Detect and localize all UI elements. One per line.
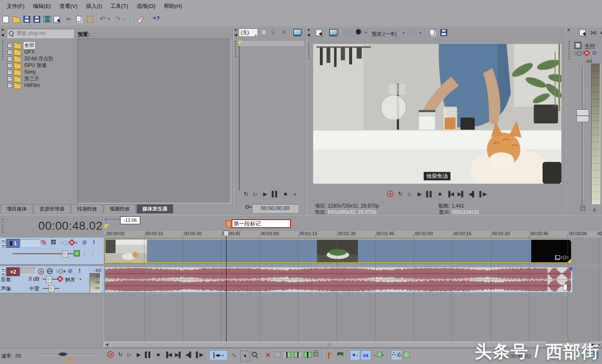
- previous-frame-button[interactable]: ◀▌: [185, 351, 193, 358]
- minimize-track-icon[interactable]: [1, 239, 5, 243]
- video-preview-icon[interactable]: [293, 29, 302, 36]
- go-to-end-button[interactable]: ▶▌: [458, 191, 465, 197]
- tree-expander-icon[interactable]: +: [8, 43, 12, 48]
- tree-item-5[interactable]: +第三方: [8, 75, 40, 82]
- insert-bus-icon[interactable]: ⋈: [590, 29, 597, 36]
- restore-track-icon[interactable]: [1, 244, 5, 248]
- trim-start-icon[interactable]: [284, 352, 291, 358]
- record-button[interactable]: [107, 351, 114, 358]
- go-to-end-button[interactable]: ▶▌: [175, 351, 182, 358]
- play-button[interactable]: ▶: [262, 191, 268, 197]
- interactive-tutorials-icon[interactable]: ?: [153, 16, 160, 21]
- tree-item-4[interactable]: +Sony: [8, 69, 36, 75]
- delete-icon[interactable]: ✕: [265, 352, 271, 358]
- timeline-marker-tag[interactable]: 1: [226, 220, 232, 228]
- loop-button[interactable]: ↻: [243, 191, 249, 197]
- animate-icon[interactable]: [261, 29, 266, 35]
- pan-value[interactable]: 中置: [15, 285, 39, 292]
- play-from-start-button[interactable]: ▷: [252, 191, 258, 197]
- mute-icon[interactable]: ⊘: [68, 268, 73, 274]
- save-snapshot-icon[interactable]: [440, 29, 447, 36]
- split-screen-view-icon[interactable]: [356, 29, 362, 35]
- enable-snapping-button[interactable]: [350, 350, 360, 360]
- volume-handle[interactable]: [46, 276, 52, 283]
- tree-expander-icon[interactable]: +: [8, 56, 12, 61]
- tree-item-1[interactable]: +OFX: [8, 49, 36, 55]
- stop-button[interactable]: ■: [437, 191, 442, 197]
- volume-value[interactable]: .0 dB: [15, 276, 39, 282]
- new-project-icon[interactable]: [3, 16, 9, 23]
- trim-end-icon[interactable]: [294, 352, 301, 358]
- redo-dropdown-icon[interactable]: ▾: [123, 18, 125, 21]
- solo-icon[interactable]: !: [93, 239, 95, 245]
- more-button[interactable]: »: [292, 191, 298, 197]
- close-icon[interactable]: ×: [567, 28, 570, 32]
- previous-frame-button[interactable]: ◀▌: [468, 191, 476, 197]
- play-from-start-button[interactable]: ▷: [407, 191, 413, 197]
- close-icon[interactable]: ×: [234, 28, 237, 32]
- insert-region-icon[interactable]: [337, 352, 343, 356]
- track-level-handle[interactable]: [62, 251, 68, 257]
- project-properties-icon[interactable]: [54, 16, 61, 23]
- audio-event[interactable]: [105, 267, 573, 292]
- plugin-icon[interactable]: ϟ: [271, 29, 275, 36]
- chevron-down-icon[interactable]: ▾: [365, 31, 367, 35]
- stop-button[interactable]: ■: [282, 191, 288, 197]
- clear-edit-history-icon[interactable]: [139, 16, 142, 23]
- audio-track-number[interactable]: 2: [6, 267, 20, 276]
- marker-name-input[interactable]: [232, 219, 291, 228]
- chevron-down-icon[interactable]: ▾: [75, 241, 77, 245]
- preview-quality-label[interactable]: 预览 (一半): [372, 31, 396, 38]
- mixer-properties-icon[interactable]: [579, 29, 587, 36]
- fx-cursor-timecode[interactable]: 00:00:00.00: [252, 204, 298, 213]
- redo-icon[interactable]: ↷: [115, 15, 121, 23]
- panel-grip[interactable]: [308, 42, 310, 59]
- play-button[interactable]: ▶: [136, 351, 141, 358]
- loop-button[interactable]: ↻: [117, 351, 123, 358]
- dock-icon[interactable]: ◀: [307, 33, 310, 37]
- next-frame-button[interactable]: ▌▶: [479, 191, 486, 197]
- plugin-search-input[interactable]: [16, 30, 72, 36]
- rate-shuttle-track[interactable]: [37, 354, 98, 355]
- undo-dropdown-icon[interactable]: ▾: [108, 18, 110, 21]
- video-output-fx-icon[interactable]: [343, 30, 353, 35]
- panel-grip[interactable]: [234, 40, 237, 58]
- record-button[interactable]: [387, 190, 394, 197]
- lock-fader-icon[interactable]: [580, 207, 585, 211]
- invert-phase-icon[interactable]: [47, 268, 53, 274]
- dock-icon[interactable]: ◀: [234, 33, 237, 37]
- event-corner-handle[interactable]: [569, 267, 572, 271]
- go-to-start-button[interactable]: ▐◀: [446, 191, 453, 197]
- cut-icon[interactable]: ✂: [66, 16, 72, 22]
- project-video-properties-icon[interactable]: [316, 29, 323, 36]
- remove-plugin-icon[interactable]: ✕: [281, 29, 286, 35]
- compositing-mode-icon[interactable]: α: [74, 250, 80, 256]
- insert-fx-icon[interactable]: ◖: [599, 29, 602, 36]
- tab-视频特效[interactable]: 视频特效: [104, 204, 136, 213]
- grid-overlay-icon[interactable]: [411, 30, 417, 35]
- loop-button[interactable]: ↻: [397, 191, 403, 197]
- tree-expander-icon[interactable]: +: [8, 83, 12, 88]
- tab-资源管理器[interactable]: 资源管理器: [33, 204, 70, 213]
- copy-snapshot-icon[interactable]: [430, 29, 435, 35]
- empty-timeline-area[interactable]: [104, 293, 602, 341]
- menu-item-2[interactable]: 查看(V): [55, 1, 82, 11]
- panel-grip[interactable]: [568, 40, 570, 60]
- stop-button[interactable]: ■: [155, 351, 161, 358]
- render-as-icon[interactable]: [44, 16, 51, 22]
- menu-item-1[interactable]: 编辑(E): [29, 1, 55, 11]
- audio-track-name-field[interactable]: [20, 268, 36, 274]
- menu-item-3[interactable]: 插入(I): [82, 1, 106, 11]
- gain-envelope-handle[interactable]: [563, 284, 567, 290]
- next-frame-button[interactable]: ▌▶: [196, 351, 203, 358]
- timeline-cursor-timecode[interactable]: 00:00:48.02: [17, 219, 103, 233]
- mute-icon[interactable]: ⊘: [82, 239, 87, 245]
- tree-item-6[interactable]: +HitFilm: [8, 82, 41, 89]
- rate-shuttle-handle[interactable]: ◀◆▶: [58, 351, 67, 357]
- tree-expander-icon[interactable]: +: [8, 50, 12, 54]
- menu-item-5[interactable]: 选项(O): [132, 1, 160, 11]
- tree-expander-icon[interactable]: +: [8, 63, 12, 68]
- pan-crop-icon[interactable]: [555, 255, 560, 260]
- chevron-down-icon[interactable]: ▾: [64, 270, 65, 273]
- automation-settings-icon[interactable]: [69, 240, 74, 245]
